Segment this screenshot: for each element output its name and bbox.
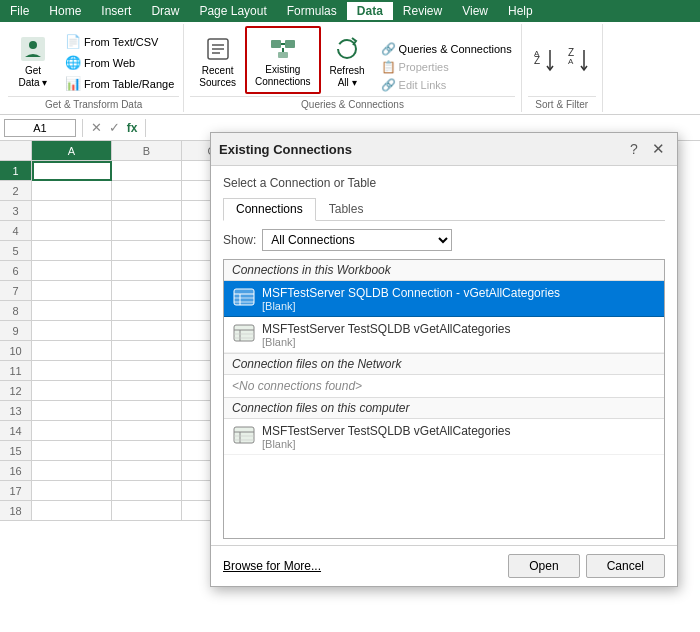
cell-B1[interactable] bbox=[112, 161, 182, 181]
menu-insert[interactable]: Insert bbox=[91, 2, 141, 20]
cancel-formula-button[interactable]: ✕ bbox=[87, 119, 105, 137]
existing-connections-button[interactable]: ExistingConnections bbox=[245, 26, 321, 94]
show-label: Show: bbox=[223, 233, 256, 247]
cell-A18[interactable] bbox=[32, 501, 112, 521]
menu-draw[interactable]: Draw bbox=[141, 2, 189, 20]
cell-A17[interactable] bbox=[32, 481, 112, 501]
from-web-button[interactable]: 🌐 From Web bbox=[60, 52, 179, 73]
menu-help[interactable]: Help bbox=[498, 2, 543, 20]
menu-formulas[interactable]: Formulas bbox=[277, 2, 347, 20]
cell-B11[interactable] bbox=[112, 361, 182, 381]
cell-B18[interactable] bbox=[112, 501, 182, 521]
cell-B15[interactable] bbox=[112, 441, 182, 461]
cell-A6[interactable] bbox=[32, 261, 112, 281]
refresh-all-button[interactable]: RefreshAll ▾ bbox=[321, 28, 374, 94]
cell-B5[interactable] bbox=[112, 241, 182, 261]
no-connections-network: <No connections found> bbox=[224, 375, 664, 397]
cell-A15[interactable] bbox=[32, 441, 112, 461]
dialog-close-button[interactable]: ✕ bbox=[647, 138, 669, 160]
queries-connections-button[interactable]: 🔗 Queries & Connections bbox=[378, 40, 515, 58]
cell-A7[interactable] bbox=[32, 281, 112, 301]
list-item-sub-2: [Blank] bbox=[262, 336, 511, 348]
cell-B3[interactable] bbox=[112, 201, 182, 221]
cell-B6[interactable] bbox=[112, 261, 182, 281]
svg-rect-9 bbox=[278, 52, 288, 58]
cell-B8[interactable] bbox=[112, 301, 182, 321]
cell-B16[interactable] bbox=[112, 461, 182, 481]
cell-A1[interactable] bbox=[32, 161, 112, 181]
svg-text:Z: Z bbox=[534, 55, 540, 66]
cell-A14[interactable] bbox=[32, 421, 112, 441]
list-item-workbook-2[interactable]: MSFTestServer TestSQLDB vGetAllCategorie… bbox=[224, 317, 664, 353]
formula-divider2 bbox=[145, 119, 146, 137]
cell-A12[interactable] bbox=[32, 381, 112, 401]
ribbon: GetData ▾ 📄 From Text/CSV 🌐 From Web 📊 F… bbox=[0, 22, 700, 115]
col-header-b[interactable]: B bbox=[112, 141, 182, 161]
cell-B4[interactable] bbox=[112, 221, 182, 241]
open-button[interactable]: Open bbox=[508, 554, 579, 578]
cell-A16[interactable] bbox=[32, 461, 112, 481]
connections-list: Connections in this Workbook MSFTestServ… bbox=[223, 259, 665, 539]
sort-za-button[interactable]: ZA bbox=[562, 42, 596, 78]
menu-file[interactable]: File bbox=[0, 2, 39, 20]
get-data-button[interactable]: GetData ▾ bbox=[8, 28, 58, 94]
from-text-csv-button[interactable]: 📄 From Text/CSV bbox=[60, 31, 179, 52]
cell-A5[interactable] bbox=[32, 241, 112, 261]
ribbon-group-queries: RecentSources ExistingConnections Refres… bbox=[184, 24, 521, 112]
properties-button[interactable]: 📋 Properties bbox=[378, 58, 515, 76]
cell-A4[interactable] bbox=[32, 221, 112, 241]
cell-B9[interactable] bbox=[112, 321, 182, 341]
list-item-computer-1[interactable]: MSFTestServer TestSQLDB vGetAllCategorie… bbox=[224, 419, 664, 455]
corner-cell bbox=[0, 141, 32, 161]
svg-rect-22 bbox=[234, 325, 254, 341]
row-header-14: 14 bbox=[0, 421, 32, 441]
browse-link[interactable]: Browse for More... bbox=[223, 559, 321, 573]
list-item-text-2: MSFTestServer TestSQLDB vGetAllCategorie… bbox=[262, 322, 511, 348]
show-select[interactable]: All Connections Workbook Connections Net… bbox=[262, 229, 452, 251]
refresh-all-label: RefreshAll ▾ bbox=[330, 65, 365, 89]
cell-A13[interactable] bbox=[32, 401, 112, 421]
cell-reference-input[interactable] bbox=[4, 119, 76, 137]
cell-B10[interactable] bbox=[112, 341, 182, 361]
recent-sources-label: RecentSources bbox=[199, 65, 236, 89]
cell-B14[interactable] bbox=[112, 421, 182, 441]
cell-B17[interactable] bbox=[112, 481, 182, 501]
tab-connections[interactable]: Connections bbox=[223, 198, 316, 221]
tab-tables[interactable]: Tables bbox=[316, 198, 377, 220]
row-header-17: 17 bbox=[0, 481, 32, 501]
from-table-range-button[interactable]: 📊 From Table/Range bbox=[60, 73, 179, 94]
dialog-help-button[interactable]: ? bbox=[623, 138, 645, 160]
recent-sources-button[interactable]: RecentSources bbox=[190, 28, 245, 94]
cell-A8[interactable] bbox=[32, 301, 112, 321]
cell-A2[interactable] bbox=[32, 181, 112, 201]
row-header-10: 10 bbox=[0, 341, 32, 361]
cell-A11[interactable] bbox=[32, 361, 112, 381]
menu-view[interactable]: View bbox=[452, 2, 498, 20]
sort-az-button[interactable]: AZ bbox=[528, 42, 562, 78]
svg-rect-6 bbox=[271, 40, 281, 48]
menu-home[interactable]: Home bbox=[39, 2, 91, 20]
insert-function-button[interactable]: fx bbox=[123, 119, 141, 137]
cell-B2[interactable] bbox=[112, 181, 182, 201]
cell-A10[interactable] bbox=[32, 341, 112, 361]
dialog-body: Select a Connection or Table Connections… bbox=[211, 166, 677, 545]
cell-A9[interactable] bbox=[32, 321, 112, 341]
cancel-button[interactable]: Cancel bbox=[586, 554, 665, 578]
ribbon-group-sort-filter: AZ ZA Sort & Filter bbox=[522, 24, 603, 112]
list-item-sub-1: [Blank] bbox=[262, 300, 560, 312]
cell-B7[interactable] bbox=[112, 281, 182, 301]
cell-B12[interactable] bbox=[112, 381, 182, 401]
confirm-formula-button[interactable]: ✓ bbox=[105, 119, 123, 137]
edit-links-button[interactable]: 🔗 Edit Links bbox=[378, 76, 515, 94]
menu-data[interactable]: Data bbox=[347, 2, 393, 20]
list-item-sub-3: [Blank] bbox=[262, 438, 511, 450]
browse-for-more-button[interactable]: Browse for More... bbox=[223, 559, 508, 573]
cell-A3[interactable] bbox=[32, 201, 112, 221]
queries-connections-icon: 🔗 bbox=[381, 42, 396, 56]
list-item-workbook-1[interactable]: MSFTestServer SQLDB Connection - vGetAll… bbox=[224, 281, 664, 317]
cell-B13[interactable] bbox=[112, 401, 182, 421]
menu-review[interactable]: Review bbox=[393, 2, 452, 20]
menu-page-layout[interactable]: Page Layout bbox=[189, 2, 276, 20]
col-header-a[interactable]: A bbox=[32, 141, 112, 161]
formula-divider bbox=[82, 119, 83, 137]
